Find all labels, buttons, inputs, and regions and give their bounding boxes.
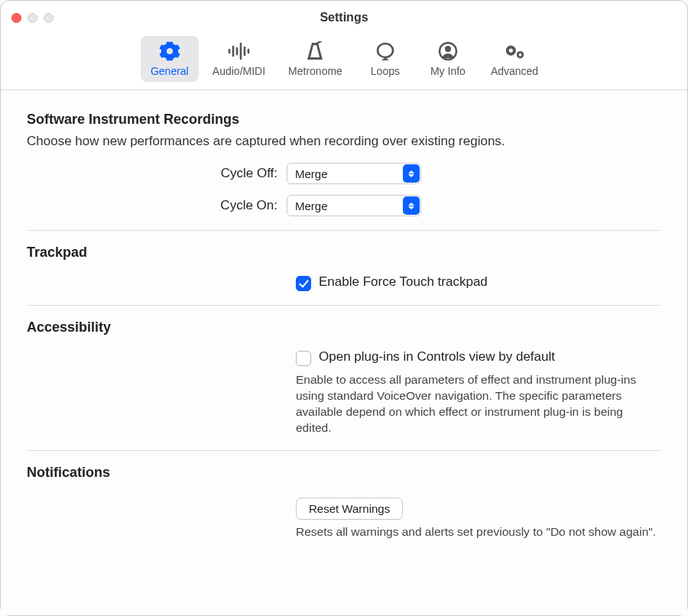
section-desc-recordings: Choose how new performances are captured… (27, 134, 661, 149)
reset-warnings-button[interactable]: Reset Warnings (296, 498, 403, 520)
settings-content: Software Instrument Recordings Choose ho… (1, 90, 687, 615)
svg-point-9 (445, 46, 451, 52)
row-force-touch: Enable Force Touch trackpad (296, 274, 661, 291)
row-cycle-on: Cycle On: Merge (27, 195, 661, 216)
settings-window: Settings General (0, 0, 688, 616)
checkbox-force-touch[interactable] (296, 276, 311, 291)
desc-reset-warnings: Resets all warnings and alerts set previ… (296, 524, 661, 540)
checkbox-controls-view[interactable] (296, 351, 311, 366)
titlebar: Settings (1, 1, 687, 34)
section-title-trackpad: Trackpad (27, 245, 661, 261)
toolbar: General Audio/MIDI (1, 34, 687, 90)
tab-label: Loops (371, 65, 400, 77)
tab-loops[interactable]: Loops (356, 36, 414, 82)
divider (27, 305, 661, 306)
gear-icon (158, 41, 181, 62)
section-title-recordings: Software Instrument Recordings (27, 112, 661, 128)
chevron-updown-icon (403, 196, 420, 215)
tab-my-info[interactable]: My Info (419, 36, 477, 82)
row-controls-view: Open plug-ins in Controls view by defaul… (296, 349, 661, 366)
divider (27, 230, 661, 231)
row-reset-warnings: Reset Warnings (296, 498, 661, 520)
svg-point-11 (509, 48, 513, 52)
window-title: Settings (1, 11, 687, 24)
svg-point-7 (378, 44, 393, 57)
metronome-icon (303, 41, 326, 62)
section-title-notifications: Notifications (27, 465, 661, 481)
label-cycle-off: Cycle Off: (27, 166, 287, 181)
tab-label: Metronome (288, 65, 342, 77)
tab-label: Audio/MIDI (213, 65, 265, 77)
loop-icon (374, 41, 397, 62)
gears-icon (503, 41, 526, 62)
waveform-icon (227, 41, 250, 62)
svg-point-13 (519, 53, 522, 57)
tab-label: General (151, 65, 189, 77)
desc-controls-view: Enable to access all parameters of effec… (296, 372, 661, 436)
tab-metronome[interactable]: Metronome (279, 36, 352, 82)
label-force-touch: Enable Force Touch trackpad (319, 274, 488, 290)
tab-advanced[interactable]: Advanced (482, 36, 547, 82)
label-controls-view: Open plug-ins in Controls view by defaul… (319, 349, 555, 365)
chevron-updown-icon (403, 164, 420, 183)
select-cycle-on-value: Merge (287, 195, 421, 216)
select-cycle-off[interactable]: Merge (287, 163, 421, 184)
row-cycle-off: Cycle Off: Merge (27, 163, 661, 184)
tab-audio-midi[interactable]: Audio/MIDI (203, 36, 274, 82)
tab-label: Advanced (491, 65, 538, 77)
select-cycle-off-value: Merge (287, 163, 421, 184)
tab-label: My Info (430, 65, 466, 77)
label-cycle-on: Cycle On: (27, 198, 287, 213)
select-cycle-on[interactable]: Merge (287, 195, 421, 216)
divider (27, 450, 661, 451)
tab-general[interactable]: General (141, 36, 199, 82)
person-icon (436, 41, 459, 62)
section-title-accessibility: Accessibility (27, 319, 661, 336)
